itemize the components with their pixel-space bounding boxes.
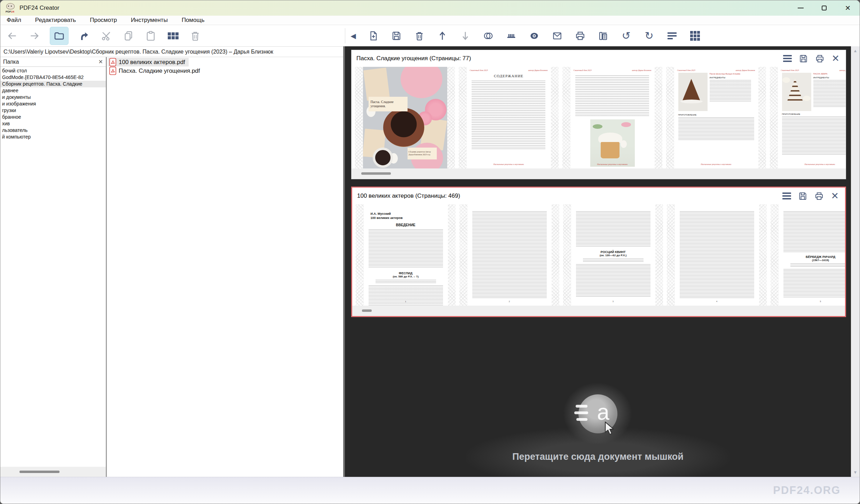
document-panel-actors-selected[interactable]: 100 великих актеров (Страницы: 469) ✕ И.… [351,187,846,317]
tree-item-godmode[interactable]: GodMode.{ED7BA470-8E54-465E-82 [0,74,106,81]
email-button[interactable] [550,27,564,44]
print-button[interactable] [573,27,587,44]
page-thumbnail[interactable]: И.А. Мусский 100 великих актеров ВВЕДЕНИ… [356,204,456,306]
sort-button[interactable] [665,27,679,44]
page-thumbnail[interactable]: РОСЦИЙ КВИНТ (ок. 130—62 до Р.Х.) 3 [563,204,663,306]
panel-print-button[interactable] [815,54,825,63]
grid9-icon [690,31,700,41]
page-footer: Пасхальные рецепты и вкусняшки [494,163,524,165]
file-item-pascha[interactable]: Пасха. Сладкие угощения.pdf [108,66,204,75]
scissors-icon [101,30,112,41]
maximize-button[interactable] [812,0,836,16]
scroll-down-icon[interactable]: ▼ [851,470,860,475]
back-button[interactable] [5,27,19,44]
new-document-button[interactable] [366,27,380,44]
pdf-file-icon [109,58,116,66]
save-button[interactable] [389,27,403,44]
delete-button[interactable] [188,27,202,44]
folder-tree-pane: Папка ✕ бочий стол GodMode.{ED7BA470-8E5… [0,57,106,467]
printer-icon [575,31,585,41]
fax-button[interactable] [596,27,610,44]
copy-button[interactable] [121,27,135,44]
panel-save-button[interactable] [799,54,808,63]
grid-icon [168,32,179,39]
collapse-panel-button[interactable]: ◀ [349,27,357,44]
book-title: 100 великих актеров [371,216,448,220]
rotate-right-button[interactable]: ↻ [642,27,656,44]
page-thumbnail[interactable]: 4 [667,204,767,306]
tree-item-recipes-selected[interactable]: Сборник рецептов. Пасха. Сладкие [0,81,106,87]
tree-item-pictures[interactable]: и изображения [0,101,106,107]
tree-item-computer[interactable]: й компьютер [0,134,106,140]
document-panel-pascha[interactable]: Пасха. Сладкие угощения (Страницы: 77) ✕ [351,50,846,179]
chapter-heading: ФЕСПИД [364,271,448,275]
move-up-button[interactable] [435,27,449,44]
grid-view-button[interactable] [688,27,702,44]
menu-tools[interactable]: Инструменты [131,17,168,24]
chapter-heading: БЁРБЕДЖ РИЧАРД [779,255,845,259]
sort-bars-icon [668,32,677,39]
page-thumbnail[interactable]: 2 [459,204,559,306]
thumbs-horizontal-scrollbar[interactable] [352,168,846,179]
trash-icon [414,31,425,41]
move-down-button[interactable] [458,27,472,44]
tree-horizontal-scrollbar[interactable] [0,467,106,477]
chocolate-cake-photo [678,73,708,111]
arrow-up-icon [437,31,448,41]
delete-doc-button[interactable] [412,27,426,44]
tree-item-downloads[interactable]: грузки [0,107,106,114]
doc-panel-title: Пасха. Сладкие угощения (Страницы: 77) [356,55,783,62]
minimize-button[interactable] [789,0,812,16]
menu-edit[interactable]: Редактировать [35,17,76,24]
page-thumbnail[interactable]: Сказочный дом 2023 автор Дарья Близнюк П… [666,67,766,168]
paste-button[interactable] [144,27,158,44]
scroll-up-icon[interactable]: ▲ [851,48,860,53]
rotate-left-button[interactable]: ↺ [619,27,633,44]
panel-close-button[interactable]: ✕ [831,54,839,63]
clear-filter-icon[interactable]: ✕ [98,58,103,65]
menu-file[interactable]: Файл [7,17,21,24]
cut-button[interactable] [99,27,113,44]
tree-item-documents[interactable]: и документы [0,94,106,101]
merge-button[interactable] [481,27,495,44]
tree-item-desktop[interactable]: бочий стол [0,68,106,74]
copy-icon [123,30,134,41]
close-button[interactable]: ✕ [836,0,860,16]
page-thumbnail[interactable]: Пасха. Сладкие угощения. Сборник рецепто… [355,67,455,168]
page-thumbnail[interactable]: Сказочный дом 2023 автор Дарья Близнюк С… [459,67,559,168]
tree-item-user[interactable]: льзователь [0,127,106,134]
scrollbar-thumb[interactable] [19,471,60,473]
panel-menu-button[interactable] [782,192,791,199]
app-window: PDF24 PDF24 Creator ✕ Файл Редактировать… [0,0,860,504]
address-bar[interactable]: C:\Users\Valeriy Lipovtsev\Desktop\Сборн… [0,46,343,57]
split-button[interactable] [504,27,518,44]
tree-item-favorites[interactable]: бранное [0,114,106,120]
page-thumbnail[interactable]: БЁРБЕДЖ РИЧАРД (1567—1619) 5 [771,204,845,306]
preview-button[interactable] [527,27,541,44]
scrollbar-thumb[interactable] [362,309,372,312]
doc-panel-header: Пасха. Сладкие угощения (Страницы: 77) ✕ [352,50,846,67]
scrollbar-thumb[interactable] [361,172,391,175]
panel-print-button[interactable] [814,191,824,201]
forward-button[interactable] [27,27,41,44]
drop-zone[interactable]: a Перетащите сюда документ мышкой [345,317,851,477]
tree-item-recent[interactable]: давнее [0,87,106,94]
toc-lines [472,81,545,149]
folder-filter-box[interactable]: Папка ✕ [0,57,106,67]
thumbs-horizontal-scrollbar[interactable] [352,306,845,316]
panel-save-button[interactable] [798,191,807,201]
up-level-button[interactable] [77,27,91,44]
panel-close-button[interactable]: ✕ [831,191,839,201]
menu-help[interactable]: Помощь [182,17,205,24]
tile-view-button[interactable] [166,27,180,44]
menu-view[interactable]: Просмотр [90,17,117,24]
open-folder-button[interactable] [50,27,69,45]
panel-menu-button[interactable] [783,55,792,62]
workspace-vertical-scrollbar[interactable]: ▲ ▼ [851,46,860,477]
file-item-actors[interactable]: 100 великих актеров.pdf [108,58,189,66]
page-thumbnail[interactable]: Сказочный дом 2023 автор Дарья Близнюк П… [770,67,846,168]
tree-item-archive[interactable]: хив [0,120,106,127]
body-lines [576,264,650,298]
chapter-heading: РОСЦИЙ КВИНТ [571,250,655,254]
page-thumbnail[interactable]: Сказочный дом 2023 автор Дарья Близнюк П… [562,67,662,168]
